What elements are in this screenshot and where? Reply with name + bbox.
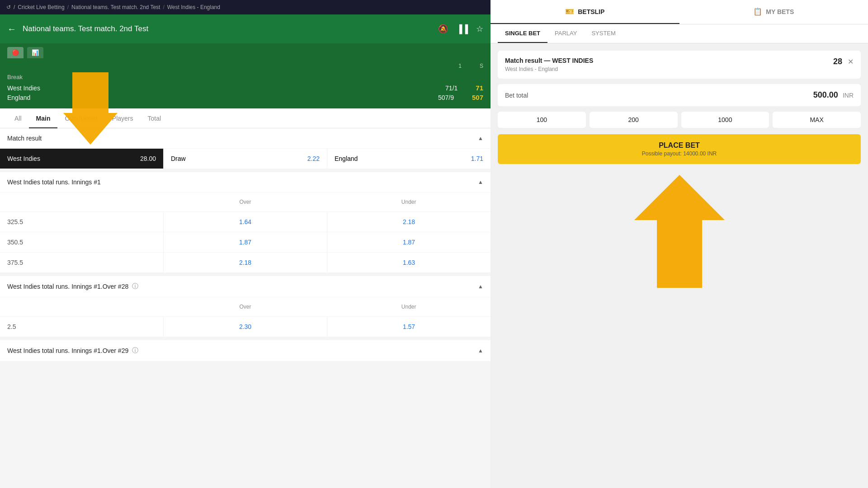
breadcrumb-item-1[interactable]: Cricket Live Betting	[18, 4, 64, 10]
result-west-indies[interactable]: West Indies 28.00	[0, 149, 164, 169]
wi-over29-section: West Indies total runs. Innings #1.Over …	[0, 340, 491, 361]
wi-over28-section: West Indies total runs. Innings #1.Over …	[0, 276, 491, 337]
bet-item-subtitle: West Indies - England	[505, 66, 833, 72]
bet-item: Match result — WEST INDIES West Indies -…	[498, 51, 861, 79]
match-title: National teams. Test match. 2nd Test	[23, 24, 148, 33]
match-result-section: Match result ▲ West Indies 28.00 Draw 2.…	[0, 128, 491, 169]
bet-total-row: Bet total 500.00 INR	[498, 84, 861, 106]
betslip-icon: 🎫	[565, 7, 574, 16]
total-under-2-5[interactable]: 1.57	[327, 317, 491, 337]
wi-total-runs-title: West Indies total runs. Innings #1	[7, 178, 101, 186]
tab-mybets[interactable]: 📋 MY BETS	[679, 0, 868, 24]
tab-main[interactable]: Main	[29, 108, 58, 128]
total-over-375[interactable]: 2.18	[164, 253, 327, 272]
svg-marker-1	[634, 175, 725, 288]
close-bet-button[interactable]: ✕	[848, 57, 854, 66]
quick-200[interactable]: 200	[590, 112, 678, 128]
team1-score-row: West Indies 71/1 71	[7, 84, 483, 92]
score-col1: 1	[458, 63, 462, 69]
star-icon[interactable]: ☆	[476, 24, 483, 34]
quick-amounts: 100 200 1000 MAX	[498, 112, 861, 128]
match-result-row: West Indies 28.00 Draw 2.22 England 1.71	[0, 149, 491, 169]
under-label: Under	[327, 196, 491, 208]
score-tab-stats[interactable]: 📊	[27, 47, 43, 58]
total-over-2-5[interactable]: 2.30	[164, 317, 327, 337]
info-icon-28: ⓘ	[132, 282, 138, 291]
mybets-label: MY BETS	[766, 8, 794, 15]
total-value-375: 375.5	[0, 253, 164, 272]
reload-icon[interactable]: ↺	[6, 4, 11, 10]
wi-total-runs-chevron: ▲	[478, 179, 483, 185]
betslip-label: BETSLIP	[578, 8, 604, 15]
match-result-title: Match result	[7, 135, 42, 142]
result-draw[interactable]: Draw 2.22	[164, 149, 327, 169]
place-bet-label: PLACE BET	[505, 141, 854, 150]
content-area: Match result ▲ West Indies 28.00 Draw 2.…	[0, 128, 491, 488]
bet-type-system[interactable]: SYSTEM	[584, 24, 623, 43]
mybets-icon: 📋	[753, 7, 762, 16]
right-panel: 🎫 BETSLIP 📋 MY BETS SINGLE BET PARLAY SY…	[491, 0, 868, 488]
up-arrow-container	[498, 166, 861, 297]
score-bar: 🔴 📊 1 S Break West Indies 71/1 71 Englan…	[0, 43, 491, 108]
breadcrumb-item-2[interactable]: National teams. Test match. 2nd Test	[71, 4, 160, 10]
wi-total-runs-section: West Indies total runs. Innings #1 ▲ Ove…	[0, 172, 491, 272]
back-button[interactable]: ←	[7, 24, 16, 34]
betslip-content: Match result — WEST INDIES West Indies -…	[491, 43, 868, 488]
total-row-325: 325.5 1.64 2.18	[0, 212, 491, 232]
bell-icon[interactable]: 🔕	[438, 24, 448, 34]
team2-score-row: England 507/9 507	[7, 94, 483, 101]
total-value-325: 325.5	[0, 212, 164, 232]
place-bet-button[interactable]: PLACE BET Possible payout: 14000.00 INR	[498, 134, 861, 164]
tab-total[interactable]: Total	[141, 108, 169, 128]
quick-100[interactable]: 100	[498, 112, 586, 128]
over-under-header: Over Under	[0, 192, 491, 211]
quick-1000[interactable]: 1000	[681, 112, 769, 128]
total-row-350: 350.5 1.87 1.87	[0, 232, 491, 252]
total-value-2-5: 2.5	[0, 317, 164, 337]
tab-all[interactable]: All	[7, 108, 29, 128]
under-label-28: Under	[327, 301, 491, 313]
break-row: Break	[7, 72, 483, 82]
bet-item-title: Match result — WEST INDIES	[505, 57, 833, 64]
over-label: Over	[164, 196, 327, 208]
wi-over28-header[interactable]: West Indies total runs. Innings #1.Over …	[0, 276, 491, 297]
match-result-header[interactable]: Match result ▲	[0, 128, 491, 148]
total-under-350[interactable]: 1.87	[327, 232, 491, 252]
tab-over-under[interactable]: Over/Under	[57, 108, 104, 128]
info-icon-29: ⓘ	[132, 347, 138, 355]
score-col2: S	[480, 63, 483, 69]
possible-payout: Possible payout: 14000.00 INR	[505, 150, 854, 157]
tab-players[interactable]: Players	[105, 108, 141, 128]
bet-odds: 28	[833, 57, 842, 66]
over-label-28: Over	[164, 301, 327, 313]
wi-over29-header[interactable]: West Indies total runs. Innings #1.Over …	[0, 340, 491, 361]
total-under-375[interactable]: 1.63	[327, 253, 491, 272]
bet-currency: INR	[843, 92, 854, 99]
wi-over28-title: West Indies total runs. Innings #1.Over …	[7, 283, 128, 290]
chart-icon[interactable]: ▐▐	[456, 24, 468, 34]
breadcrumb: ↺ / Cricket Live Betting / National team…	[0, 0, 491, 14]
bet-total-label: Bet total	[505, 92, 528, 99]
score-tab-live[interactable]: 🔴	[7, 47, 24, 58]
bet-amount[interactable]: 500.00	[813, 90, 838, 100]
betslip-header: 🎫 BETSLIP 📋 MY BETS	[491, 0, 868, 24]
wi-over28-chevron: ▲	[478, 283, 483, 290]
bet-type-parlay[interactable]: PARLAY	[547, 24, 584, 43]
total-over-325[interactable]: 1.64	[164, 212, 327, 232]
wi-total-runs-header[interactable]: West Indies total runs. Innings #1 ▲	[0, 172, 491, 192]
wi-over29-chevron: ▲	[478, 347, 483, 354]
nav-tabs: All Main Over/Under Players Total	[0, 108, 491, 128]
match-header: ← National teams. Test match. 2nd Test 🔕…	[0, 14, 491, 43]
total-over-350[interactable]: 1.87	[164, 232, 327, 252]
breadcrumb-item-3[interactable]: West Indies - England	[167, 4, 220, 10]
match-result-chevron: ▲	[478, 135, 483, 141]
breadcrumb-sep: /	[14, 4, 15, 10]
result-england[interactable]: England 1.71	[327, 149, 491, 169]
quick-max[interactable]: MAX	[773, 112, 861, 128]
bet-type-single[interactable]: SINGLE BET	[498, 24, 547, 43]
total-row-375: 375.5 2.18 1.63	[0, 253, 491, 272]
tab-betslip[interactable]: 🎫 BETSLIP	[491, 0, 679, 24]
total-under-325[interactable]: 2.18	[327, 212, 491, 232]
wi-over29-title: West Indies total runs. Innings #1.Over …	[7, 347, 128, 354]
total-row-2-5: 2.5 2.30 1.57	[0, 317, 491, 337]
